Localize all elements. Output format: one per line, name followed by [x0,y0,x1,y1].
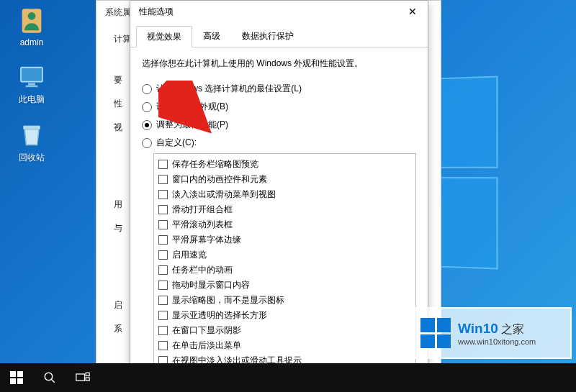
visual-effects-list[interactable]: 保存任务栏缩略图预览 窗口内的动画控件和元素 淡入淡出或滑动菜单到视图 滑动打开… [153,153,416,373]
checkbox-icon [158,326,168,335]
list-item[interactable]: 保存任务栏缩略图预览 [158,157,411,172]
radio-auto[interactable]: 让 Windows 选择计算机的最佳设置(L) [142,83,416,95]
pc-icon [17,62,47,92]
list-item[interactable]: 窗口内的动画控件和元素 [158,172,411,187]
watermark-url: www.win10xitong.com [458,337,536,346]
performance-options-dialog: 性能选项 ✕ 视觉效果 高级 数据执行保护 选择你想在此计算机上使用的 Wind… [130,0,428,392]
list-item[interactable]: 在窗口下显示阴影 [158,323,411,338]
svg-rect-2 [21,68,42,82]
watermark-brand: Win10 之家 [458,321,536,337]
radio-icon [142,102,152,112]
checkbox-icon [158,175,168,184]
description-text: 选择你想在此计算机上使用的 Windows 外观和性能设置。 [142,58,416,70]
checkbox-icon [158,190,168,199]
dialog-body: 选择你想在此计算机上使用的 Windows 外观和性能设置。 让 Windows… [130,47,428,391]
svg-rect-14 [86,373,89,375]
list-item[interactable]: 在单击后淡出菜单 [158,338,411,353]
svg-line-12 [51,379,55,383]
svg-rect-13 [76,374,85,380]
svg-rect-5 [23,126,40,129]
list-item[interactable]: 显示缩略图，而不是显示图标 [158,293,411,308]
radio-icon [142,138,152,148]
svg-rect-7 [10,371,16,377]
list-item[interactable]: 拖动时显示窗口内容 [158,278,411,293]
radio-custom[interactable]: 自定义(C): [142,137,416,149]
checkbox-icon [158,311,168,320]
desktop-icon-recycle[interactable]: 回收站 [4,120,59,164]
dialog-title: 性能选项 [139,6,174,18]
radio-best-appearance[interactable]: 调整为最佳外观(B) [142,101,416,113]
list-item[interactable]: 淡入淡出或滑动菜单到视图 [158,187,411,202]
radio-icon [142,84,152,94]
radio-icon [142,120,152,130]
checkbox-icon [158,160,168,169]
checkbox-icon [158,281,168,290]
svg-rect-10 [17,378,23,384]
user-icon [17,6,47,36]
checkbox-icon [158,265,168,275]
list-item[interactable]: 滑动打开组合框 [158,202,411,217]
svg-point-1 [28,12,36,20]
tab-visual-effects[interactable]: 视觉效果 [136,26,192,47]
desktop-icon-label: 回收站 [19,152,45,164]
checkbox-icon [158,341,168,350]
desktop: admin 此电脑 回收站 [0,0,63,170]
taskbar [0,363,576,392]
search-icon [43,371,56,384]
search-button[interactable] [33,363,66,392]
radio-group: 让 Windows 选择计算机的最佳设置(L) 调整为最佳外观(B) 调整为最佳… [142,83,416,149]
checkbox-icon [158,235,168,245]
radio-label: 调整为最佳性能(P) [156,119,228,131]
svg-rect-8 [17,371,23,377]
watermark-logo-icon [420,318,451,348]
list-item[interactable]: 平滑滚动列表框 [158,217,411,232]
svg-point-11 [45,373,53,380]
desktop-icon-label: 此电脑 [19,94,45,106]
task-view-icon [76,372,90,383]
tab-advanced[interactable]: 高级 [192,25,231,47]
desktop-icon-user[interactable]: admin [4,6,59,47]
svg-rect-9 [10,378,16,384]
list-item[interactable]: 启用速览 [158,247,411,263]
task-view-button[interactable] [66,363,99,392]
svg-rect-15 [86,378,89,380]
svg-rect-4 [26,86,38,88]
svg-rect-3 [28,83,35,85]
checkbox-icon [158,220,168,229]
checkbox-icon [158,296,168,305]
checkbox-icon [158,250,168,260]
desktop-icon-label: admin [20,37,44,47]
list-item[interactable]: 平滑屏幕字体边缘 [158,232,411,247]
radio-best-performance[interactable]: 调整为最佳性能(P) [142,119,416,131]
watermark: Win10 之家 www.win10xitong.com [412,307,572,359]
radio-label: 调整为最佳外观(B) [156,101,228,113]
close-icon: ✕ [408,6,417,17]
tab-dep[interactable]: 数据执行保护 [231,25,305,47]
windows-icon [10,371,23,384]
watermark-text: Win10 之家 www.win10xitong.com [458,321,536,346]
list-item[interactable]: 显示亚透明的选择长方形 [158,308,411,323]
desktop-icon-this-pc[interactable]: 此电脑 [4,62,59,106]
radio-label: 自定义(C): [156,137,197,149]
recycle-bin-icon [17,120,47,150]
list-item[interactable]: 任务栏中的动画 [158,263,411,278]
close-button[interactable]: ✕ [397,1,428,22]
start-button[interactable] [0,363,33,392]
checkbox-icon [158,205,168,214]
radio-label: 让 Windows 选择计算机的最佳设置(L) [156,83,302,95]
tabs: 视觉效果 高级 数据执行保护 [130,22,428,47]
titlebar: 性能选项 ✕ [130,1,428,22]
